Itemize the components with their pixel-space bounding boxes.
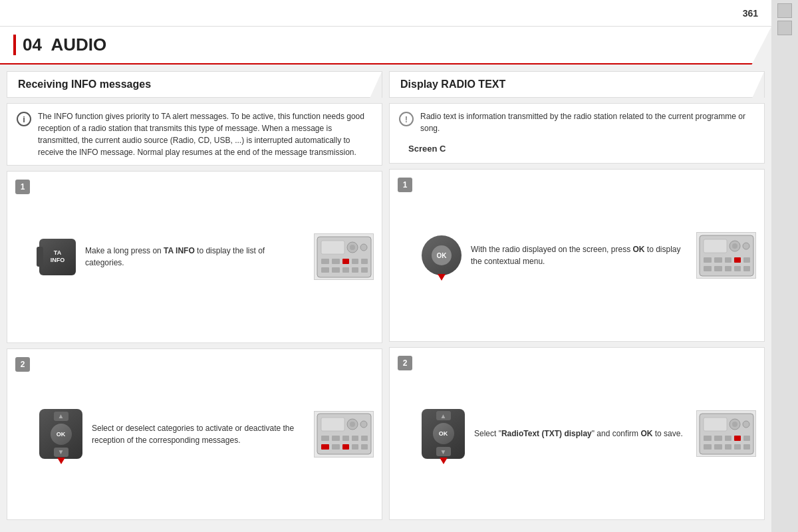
scrollbar[interactable] [771, 0, 798, 532]
dpad-body-2: ▲ OK ▼ [422, 409, 465, 459]
svg-rect-8 [352, 259, 358, 264]
svg-rect-25 [321, 444, 329, 450]
svg-rect-42 [725, 266, 732, 271]
dpad-center: OK [51, 424, 72, 445]
svg-rect-7 [342, 259, 349, 264]
left-info-box: i The INFO function gives priority to TA… [7, 103, 382, 166]
right-info-box: ! Radio text is information transmitted … [389, 103, 765, 164]
chapter-tag: 04 AUDIO [13, 35, 106, 55]
dpad-ok-label: OK [57, 431, 66, 438]
left-column: Receiving INFO messages i The INFO funct… [7, 71, 382, 520]
right-info-text: Radio text is information transmitted by… [420, 110, 755, 134]
svg-rect-50 [704, 436, 712, 441]
dpad-down-arrow: ▼ [58, 448, 65, 456]
svg-rect-58 [734, 444, 741, 450]
svg-point-3 [350, 245, 355, 250]
page-number: 361 [743, 8, 758, 19]
ta-info-btn-label: TAINFO [51, 249, 65, 264]
dpad-center-2: OK [433, 423, 454, 444]
svg-rect-38 [734, 257, 741, 263]
chapter-number: 04 [23, 35, 42, 55]
right-step1-image [696, 232, 756, 279]
svg-rect-13 [352, 267, 358, 273]
dpad-ok-label-2: OK [439, 430, 448, 437]
left-info-text: The INFO function gives priority to TA a… [38, 110, 372, 158]
right-step1-number: 1 [398, 178, 412, 192]
svg-rect-5 [321, 259, 329, 264]
scroll-box-2 [777, 21, 792, 35]
right-column: Display RADIO TEXT ! Radio text is infor… [389, 71, 765, 520]
ok-icon-area-1: OK [422, 235, 462, 275]
right-section-title: Display RADIO TEXT [400, 78, 505, 90]
svg-rect-56 [714, 444, 722, 450]
dpad-down-arrow-2: ▼ [440, 448, 447, 456]
svg-point-48 [732, 422, 737, 427]
dpad-down: ▼ [54, 448, 68, 457]
svg-rect-26 [332, 444, 340, 450]
left-step2-number: 2 [15, 357, 30, 372]
svg-point-19 [360, 421, 367, 428]
svg-rect-10 [321, 267, 329, 273]
svg-rect-14 [361, 267, 368, 273]
ta-info-button-icon: TAINFO [39, 239, 76, 275]
svg-rect-40 [704, 266, 712, 271]
screen-c-label: Screen C [399, 138, 455, 156]
right-step2-box: 2 ▲ OK ▼ [389, 347, 765, 520]
svg-rect-57 [725, 444, 732, 450]
main-content: Receiving INFO messages i The INFO funct… [0, 65, 771, 527]
right-info-icon: ! [399, 112, 414, 126]
svg-rect-59 [743, 444, 750, 450]
left-step1-content: TAINFO Make a long press on TA INFO to d… [39, 233, 374, 280]
right-step2-text: Select "RadioText (TXT) display" and con… [474, 428, 687, 440]
svg-rect-1 [321, 241, 344, 254]
ok-pointer-1 [438, 274, 446, 281]
dpad-up-arrow: ▲ [58, 412, 65, 420]
svg-rect-55 [704, 444, 712, 450]
svg-rect-39 [743, 257, 750, 263]
ok-button-icon-1: OK [422, 235, 462, 275]
right-step1-box: 1 OK With the radio displayed on the scr [389, 169, 765, 342]
svg-rect-51 [714, 436, 722, 441]
svg-rect-22 [342, 436, 349, 441]
ok-inner-1: OK [432, 245, 452, 265]
left-step1-box: 1 TAINFO Make a long press on TA INFO to… [7, 171, 382, 343]
svg-rect-12 [342, 267, 349, 273]
svg-rect-21 [332, 436, 340, 441]
left-step1-image [314, 233, 374, 280]
svg-rect-53 [734, 436, 741, 441]
right-step1-content: OK With the radio displayed on the scree… [422, 232, 756, 279]
dpad-icon-area: ▲ OK ▼ [39, 409, 82, 459]
svg-point-34 [743, 243, 749, 249]
svg-rect-36 [714, 257, 722, 263]
dpad-up-arrow-2: ▲ [440, 412, 447, 420]
right-step2-number: 2 [398, 356, 412, 370]
svg-rect-9 [361, 259, 368, 264]
right-step2-image [696, 410, 756, 457]
svg-rect-44 [743, 266, 750, 271]
svg-rect-6 [332, 259, 340, 264]
dpad-body: ▲ OK ▼ [39, 409, 82, 459]
scroll-box-1 [777, 3, 792, 18]
dpad-pointer [57, 458, 65, 464]
left-step2-content: ▲ OK ▼ Select or deselect categories [39, 409, 374, 459]
right-step2-content: ▲ OK ▼ Select "RadioText ( [422, 409, 756, 459]
left-section-heading-box: Receiving INFO messages [7, 71, 382, 98]
left-step2-image [314, 411, 374, 458]
dpad-up: ▲ [54, 412, 68, 421]
left-info-icon: i [17, 112, 31, 126]
svg-point-33 [732, 243, 737, 249]
svg-rect-16 [321, 418, 344, 431]
svg-rect-20 [321, 436, 329, 441]
svg-point-49 [743, 421, 749, 428]
svg-point-4 [360, 244, 367, 251]
left-step1-number: 1 [15, 180, 30, 194]
right-step2-radio-svg [698, 412, 755, 456]
left-step2-text: Select or deselect categories to activat… [92, 422, 305, 446]
chapter-header: 04 AUDIO [0, 27, 771, 65]
dpad-down-2: ▼ [436, 447, 451, 456]
ok-label-1: OK [437, 252, 447, 259]
dpad-icon-area-2: ▲ OK ▼ [422, 409, 465, 459]
dpad-icon: ▲ OK ▼ [39, 409, 82, 459]
ta-info-icon-area: TAINFO [39, 239, 76, 275]
svg-rect-52 [725, 436, 732, 441]
